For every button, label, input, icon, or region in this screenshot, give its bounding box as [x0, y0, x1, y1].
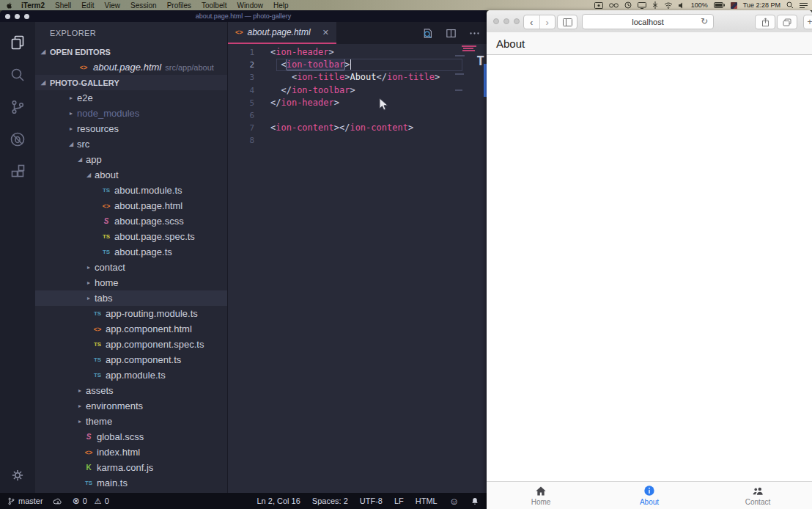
- menu-edit[interactable]: Edit: [76, 1, 99, 10]
- tree-item-tabs[interactable]: ▸tabs: [35, 290, 227, 306]
- tree-item-environments[interactable]: ▸environments: [35, 398, 227, 414]
- code-line-5[interactable]: 5</ion-header>: [228, 97, 487, 109]
- reload-icon[interactable]: ↻: [701, 16, 708, 26]
- source-control-icon[interactable]: [0, 91, 35, 123]
- explorer-icon[interactable]: [0, 26, 35, 59]
- tree-item-node-modules[interactable]: ▸node_modules: [35, 106, 227, 121]
- tree-item-about-page-ts[interactable]: TSabout.page.ts: [35, 244, 227, 260]
- menu-window[interactable]: Window: [232, 1, 268, 10]
- tree-item-theme[interactable]: ▸theme: [35, 414, 227, 429]
- status-item[interactable]: UTF-8: [360, 497, 383, 505]
- tree-item-app-routing-module-ts[interactable]: TSapp-routing.module.ts: [35, 306, 227, 321]
- wifi-icon[interactable]: [664, 2, 673, 9]
- open-preview-icon[interactable]: [421, 27, 434, 40]
- status-item[interactable]: LF: [394, 497, 404, 505]
- tree-item-label: global.scss: [97, 431, 144, 442]
- feedback-smiley-icon[interactable]: ☺: [449, 496, 459, 507]
- tree-item-app-component-html[interactable]: <>app.component.html: [35, 321, 227, 337]
- code-area[interactable]: 1<ion-header>2 <ion-toolbar>3 <ion-title…: [228, 44, 487, 493]
- status-item[interactable]: Ln 2, Col 16: [257, 497, 300, 505]
- tree-item-app[interactable]: ◢app: [35, 152, 227, 167]
- tree-item-resources[interactable]: ▸resources: [35, 121, 227, 136]
- code-line-2[interactable]: 2 <ion-toolbar>: [228, 59, 487, 71]
- tab-overview-button[interactable]: [777, 15, 797, 29]
- menu-help[interactable]: Help: [268, 1, 294, 10]
- keyboard-brightness-icon[interactable]: [652, 1, 658, 9]
- more-actions-icon[interactable]: [468, 27, 481, 40]
- zoom-window-button[interactable]: [514, 18, 520, 24]
- minimize-window-button[interactable]: [503, 18, 509, 24]
- tree-item-src[interactable]: ◢src: [35, 136, 227, 152]
- menu-session[interactable]: Session: [125, 1, 162, 10]
- tree-item-home[interactable]: ▸home: [35, 275, 227, 290]
- close-window-button[interactable]: [493, 18, 499, 24]
- code-line-3[interactable]: 3 <ion-title>About</ion-title>: [228, 71, 487, 84]
- tree-item-e2e[interactable]: ▸e2e: [35, 90, 227, 106]
- volume-icon[interactable]: [679, 2, 685, 9]
- tab-home[interactable]: Home: [487, 482, 595, 509]
- tree-item-app-module-ts[interactable]: TSapp.module.ts: [35, 367, 227, 383]
- open-editors-section[interactable]: ◢ OPEN EDITORS: [35, 44, 227, 59]
- tree-item-about-page-html[interactable]: <>about.page.html: [35, 198, 227, 213]
- tree-item-app-component-ts[interactable]: TSapp.component.ts: [35, 352, 227, 367]
- problems-status[interactable]: ⊗ 0 ⚠ 0: [73, 496, 109, 506]
- settings-gear-icon[interactable]: [0, 462, 35, 488]
- menubar-clock[interactable]: Tue 2:28 PM: [743, 1, 780, 9]
- search-icon[interactable]: [0, 59, 35, 91]
- new-tab-button[interactable]: +: [803, 15, 812, 29]
- menubar-app-icon[interactable]: [731, 2, 737, 9]
- status-item[interactable]: Spaces: 2: [312, 497, 348, 505]
- tree-item-index-html[interactable]: <>index.html: [35, 444, 227, 460]
- git-branch-status[interactable]: master: [7, 497, 43, 506]
- safari-traffic-lights[interactable]: [493, 18, 520, 24]
- back-button[interactable]: ‹: [524, 15, 539, 29]
- menu-view[interactable]: View: [100, 1, 126, 10]
- menu-toolbelt[interactable]: Toolbelt: [196, 1, 232, 10]
- code-line-4[interactable]: 4 </ion-toolbar>: [228, 84, 487, 97]
- sync-status[interactable]: [53, 497, 63, 505]
- screen-record-icon[interactable]: [594, 2, 603, 9]
- tree-item-about[interactable]: ◢about: [35, 167, 227, 183]
- notifications-bell-icon[interactable]: [470, 497, 479, 506]
- time-machine-icon[interactable]: [624, 1, 632, 9]
- line-number: 8: [228, 134, 254, 147]
- tree-item-about-module-ts[interactable]: TSabout.module.ts: [35, 183, 227, 198]
- tree-item-assets[interactable]: ▸assets: [35, 383, 227, 398]
- address-bar[interactable]: localhost ↻: [582, 14, 714, 29]
- apple-menu-icon[interactable]: [6, 1, 13, 10]
- sidebar-toggle-button[interactable]: [557, 15, 577, 29]
- display-icon[interactable]: [638, 2, 646, 9]
- tree-item-contact[interactable]: ▸contact: [35, 260, 227, 275]
- open-editor-item[interactable]: <> about.page.html src/app/about: [35, 59, 227, 75]
- tree-item-karma-conf-js[interactable]: Kkarma.conf.js: [35, 460, 227, 475]
- tree-item-global-scss[interactable]: Sglobal.scss: [35, 429, 227, 444]
- notification-center-icon[interactable]: [800, 2, 808, 9]
- tab-contact[interactable]: Contact: [704, 482, 812, 509]
- status-item[interactable]: HTML: [416, 497, 438, 505]
- tree-item-about-page-spec-ts[interactable]: TSabout.page.spec.ts: [35, 229, 227, 244]
- code-line-8[interactable]: 8: [228, 134, 487, 147]
- tree-item-app-component-spec-ts[interactable]: TSapp.component.spec.ts: [35, 337, 227, 352]
- tab-close-icon[interactable]: ✕: [322, 28, 329, 37]
- tree-item-about-page-scss[interactable]: Sabout.page.scss: [35, 213, 227, 229]
- menu-shell[interactable]: Shell: [50, 1, 76, 10]
- forward-button[interactable]: ›: [539, 15, 556, 29]
- tab-about[interactable]: About: [595, 482, 704, 509]
- project-section[interactable]: ◢ PHOTO-GALLERY: [35, 75, 227, 90]
- glasses-icon[interactable]: [609, 2, 619, 8]
- menu-iterm2[interactable]: iTerm2: [16, 1, 50, 10]
- share-button[interactable]: [755, 15, 775, 29]
- code-line-1[interactable]: 1<ion-header>: [228, 46, 487, 59]
- editor-tab-about-page-html[interactable]: <> about.page.html ✕: [228, 22, 336, 44]
- menu-profiles[interactable]: Profiles: [162, 1, 196, 10]
- split-editor-icon[interactable]: [445, 27, 457, 40]
- vscode-titlebar[interactable]: about.page.html — photo-gallery: [0, 10, 487, 22]
- code-lines: 1<ion-header>2 <ion-toolbar>3 <ion-title…: [228, 46, 487, 147]
- tree-item-main-ts[interactable]: TSmain.ts: [35, 475, 227, 491]
- code-line-7[interactable]: 7<ion-content></ion-content>: [228, 122, 487, 134]
- debug-icon[interactable]: [0, 123, 35, 155]
- code-line-6[interactable]: 6: [228, 109, 487, 122]
- battery-icon[interactable]: [714, 2, 725, 8]
- spotlight-icon[interactable]: [786, 1, 794, 9]
- extensions-icon[interactable]: [0, 155, 35, 188]
